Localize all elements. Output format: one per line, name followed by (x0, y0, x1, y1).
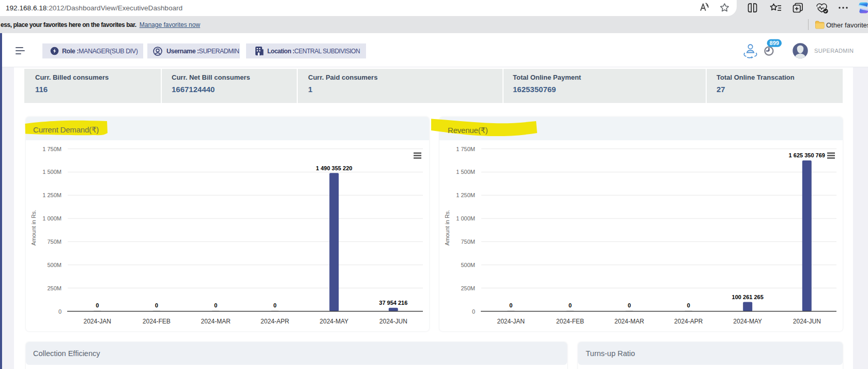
svg-text:250M: 250M (461, 285, 475, 291)
svg-text:1 500M: 1 500M (42, 169, 62, 175)
svg-text:750M: 750M (47, 239, 62, 245)
svg-text:0: 0 (273, 302, 277, 308)
svg-text:2024-JUN: 2024-JUN (793, 318, 821, 325)
svg-text:2024-APR: 2024-APR (674, 318, 703, 325)
svg-text:750M: 750M (461, 239, 475, 245)
svg-text:0: 0 (58, 308, 62, 315)
svg-text:500M: 500M (47, 262, 62, 268)
svg-text:2024-JAN: 2024-JAN (84, 318, 111, 325)
svg-text:1 250M: 1 250M (42, 192, 62, 198)
svg-text:0: 0 (628, 302, 631, 308)
svg-text:Amount in Rs.: Amount in Rs. (444, 210, 450, 245)
svg-text:37 954 216: 37 954 216 (379, 300, 407, 306)
svg-text:2024-MAY: 2024-MAY (733, 318, 762, 325)
svg-text:2024-FEB: 2024-FEB (556, 318, 584, 325)
svg-text:250M: 250M (47, 285, 62, 291)
svg-text:0: 0 (509, 302, 512, 308)
svg-text:1 000M: 1 000M (456, 215, 475, 222)
svg-text:0: 0 (687, 302, 690, 308)
svg-text:2024-FEB: 2024-FEB (143, 318, 171, 325)
svg-text:0: 0 (155, 302, 158, 308)
svg-text:2024-MAY: 2024-MAY (319, 318, 348, 325)
svg-text:0: 0 (96, 302, 99, 308)
svg-text:1 490 355 220: 1 490 355 220 (316, 165, 352, 171)
svg-text:Amount in Rs.: Amount in Rs. (31, 210, 37, 245)
svg-text:1 750M: 1 750M (42, 146, 62, 152)
svg-text:0: 0 (214, 302, 217, 308)
svg-text:1 625 350 769: 1 625 350 769 (789, 152, 825, 158)
svg-text:2024-JAN: 2024-JAN (497, 318, 525, 325)
svg-text:1 250M: 1 250M (456, 192, 475, 198)
svg-text:2024-MAR: 2024-MAR (201, 318, 231, 325)
svg-text:2024-APR: 2024-APR (261, 318, 290, 325)
svg-text:0: 0 (472, 308, 475, 315)
svg-text:2024-MAR: 2024-MAR (615, 318, 645, 325)
svg-text:2024-JUN: 2024-JUN (379, 318, 407, 325)
svg-text:0: 0 (569, 302, 572, 308)
svg-text:1 000M: 1 000M (42, 215, 62, 222)
svg-text:100 261 265: 100 261 265 (732, 294, 764, 300)
svg-text:500M: 500M (461, 262, 475, 268)
svg-text:1 750M: 1 750M (456, 146, 475, 152)
svg-text:899: 899 (770, 40, 779, 46)
svg-text:1 500M: 1 500M (456, 169, 475, 175)
